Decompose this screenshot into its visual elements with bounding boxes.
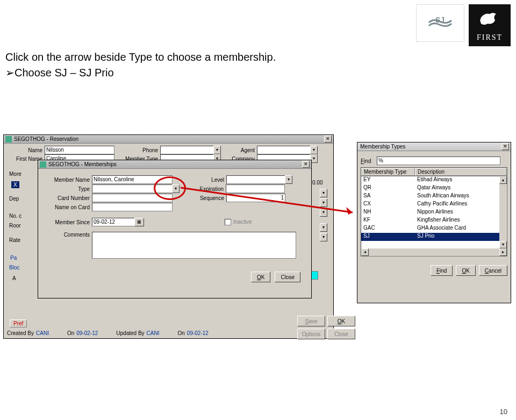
updatedby-label: Updated By (116, 330, 144, 336)
level-dropdown[interactable]: ▾ (285, 175, 292, 184)
types-row[interactable]: KFKingfisher Airlines (361, 217, 507, 225)
scroll-up-icon[interactable]: ▴ (499, 176, 507, 184)
side-dropdown-2[interactable]: ▾ (320, 198, 327, 207)
on2-label: On (177, 330, 184, 336)
close-button[interactable]: Close (327, 329, 355, 339)
membername-label: Member Name (44, 177, 92, 183)
blo-label: Bloc (9, 265, 19, 270)
side-dropdown-5[interactable]: ▾ (320, 233, 327, 241)
membersince-label: Member Since (44, 219, 92, 225)
horizontal-scrollbar[interactable]: ◂ ▸ (361, 248, 507, 256)
types-row[interactable]: SASouth African Airways (361, 193, 507, 201)
side-dropdown-4[interactable]: ▾ (320, 223, 327, 232)
type-dropdown[interactable]: ▾ (172, 184, 180, 193)
agent-dropdown[interactable]: ▾ (310, 146, 318, 154)
types-row[interactable]: GACGHA Associate Card (361, 225, 507, 233)
first-logo: FIRST (469, 4, 511, 46)
sj-logo: SJ (416, 4, 464, 42)
comments-label: Comments (44, 232, 92, 238)
save-button[interactable]: Save (297, 316, 325, 326)
agent-input[interactable] (257, 146, 311, 154)
find-input[interactable]: % (377, 156, 500, 165)
on1-label: On (67, 330, 74, 336)
on1-value: 09-02-12 (76, 330, 98, 336)
createdby-value: CANI (36, 330, 49, 336)
reservation-titlebar[interactable]: SEGOTHOG - Reservation ✕ (4, 135, 333, 144)
close-icon[interactable]: ✕ (501, 143, 509, 150)
name-input[interactable]: Nilsson (45, 146, 114, 154)
inactive-label: Inactive (233, 219, 252, 225)
vertical-scrollbar[interactable]: ▴ ▾ (499, 176, 507, 248)
dep-label: Dep (9, 196, 19, 202)
types-header: Membership Type Description (361, 168, 507, 176)
close-button[interactable]: Close (275, 272, 300, 282)
phone-label: Phone (123, 147, 160, 153)
phone-input[interactable] (160, 146, 214, 154)
first-logo-text: FIRST (477, 33, 503, 42)
window-icon (5, 136, 12, 143)
reservation-title: SEGOTHOG - Reservation (14, 136, 78, 142)
no-label: No. c (9, 213, 22, 219)
window-icon (40, 161, 46, 168)
type-input[interactable] (92, 184, 173, 193)
scroll-down-icon[interactable]: ▾ (499, 241, 507, 248)
cancel-button[interactable]: Cancel (479, 265, 507, 276)
name-label: Name (7, 147, 45, 153)
nameoncard-label: Name on Card (44, 204, 92, 210)
level-input[interactable] (226, 175, 285, 184)
types-list: Membership Type Description EYEtihad Air… (361, 167, 507, 257)
types-row[interactable]: CXCathy Pacific Airlines (361, 201, 507, 209)
createdby-label: Created By (7, 330, 34, 336)
a-label: A (12, 275, 16, 281)
memberships-title: SEGOTHOG - Memberships (48, 161, 117, 167)
find-button[interactable]: Find (431, 265, 453, 276)
options-button[interactable]: Options (297, 329, 325, 339)
col-type[interactable]: Membership Type (361, 168, 415, 176)
types-title: Membership Types (360, 144, 405, 150)
sequence-input[interactable]: 1 (226, 194, 285, 202)
sequence-label: Sequence (173, 195, 226, 201)
ok-button[interactable]: OK (327, 316, 355, 326)
find-label: Find (361, 158, 377, 164)
inactive-checkbox[interactable]: Inactive (225, 219, 252, 225)
pref-tab[interactable]: Pref (10, 319, 27, 328)
svg-text:SJ: SJ (435, 16, 445, 24)
types-row[interactable]: NHNippon Airlines (361, 209, 507, 217)
roo-label: Roor (9, 223, 21, 229)
memberships-titlebar[interactable]: SEGOTHOG - Memberships ✕ (38, 160, 311, 169)
bullet-icon: ➢ (5, 67, 15, 79)
cardnumber-label: Card Number (44, 195, 92, 201)
ok-button[interactable]: OK (251, 272, 270, 282)
type-label: Type (44, 186, 92, 192)
page-number: 10 (500, 408, 507, 416)
types-row[interactable]: QRQatar Airways (361, 184, 507, 193)
status-bar: Created By CANI On 09-02-12 Updated By C… (7, 330, 330, 336)
cardnumber-input[interactable] (92, 194, 173, 202)
scroll-right-icon[interactable]: ▸ (499, 248, 507, 256)
membersince-input[interactable]: 09-02-12 (92, 218, 135, 226)
calendar-icon[interactable]: ▦ (134, 218, 144, 226)
scroll-left-icon[interactable]: ◂ (361, 248, 369, 256)
close-icon[interactable]: ✕ (324, 136, 332, 143)
expiration-input[interactable] (226, 184, 285, 193)
side-dropdown-3[interactable]: ▾ (320, 208, 327, 217)
types-row[interactable]: SJSJ Prio (361, 233, 507, 241)
side-dropdown-1[interactable]: ▾ (320, 189, 327, 197)
types-titlebar[interactable]: Membership Types ✕ (357, 143, 511, 151)
comments-input[interactable] (92, 232, 296, 259)
rat-label: Rate (9, 237, 20, 243)
ok-label: K (261, 274, 265, 280)
amount-label: 0.00 (312, 180, 322, 186)
membername-input[interactable]: Nilsson, Caroline (92, 175, 173, 184)
x-label: X (11, 181, 19, 188)
close-icon[interactable]: ✕ (302, 161, 310, 168)
pa-label: Pa (10, 255, 17, 261)
more-label: More (9, 171, 22, 177)
ok-button[interactable]: OK (456, 265, 475, 276)
nameoncard-input[interactable] (92, 203, 173, 211)
types-row[interactable]: EYEtihad Airways (361, 176, 507, 184)
phone-dropdown[interactable]: ▾ (213, 146, 221, 154)
col-desc[interactable]: Description (415, 168, 507, 176)
instruction-text-2: ➢Choose SJ – SJ Prio (5, 66, 114, 79)
memberships-window: SEGOTHOG - Memberships ✕ Member Name Nil… (38, 160, 312, 298)
